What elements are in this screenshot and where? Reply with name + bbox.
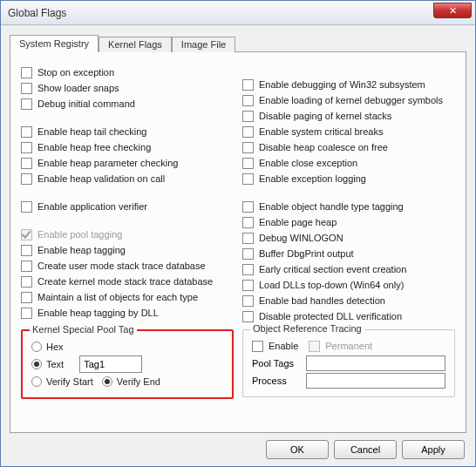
checkbox-ort-enable-label: Enable xyxy=(269,341,298,351)
spacer xyxy=(21,112,234,124)
checkbox[interactable] xyxy=(21,173,32,185)
apply-button[interactable]: Apply xyxy=(402,440,465,459)
radio-text-label: Text xyxy=(46,359,64,369)
checkbox[interactable] xyxy=(21,83,32,94)
radio-verify-end-label: Verify End xyxy=(117,376,160,387)
checkbox[interactable] xyxy=(242,233,254,244)
pool-tags-label: Pool Tags xyxy=(252,358,303,369)
option-row: Enable object handle type tagging xyxy=(242,199,455,214)
checkbox-label: Enable heap tagging xyxy=(37,245,126,255)
checkbox[interactable] xyxy=(242,142,254,153)
close-button[interactable]: ✕ xyxy=(433,3,472,18)
checkbox[interactable] xyxy=(242,295,254,307)
process-input[interactable] xyxy=(306,373,445,389)
checkbox[interactable] xyxy=(242,95,254,106)
checkbox[interactable] xyxy=(242,201,254,213)
checkbox-label: Stop on exception xyxy=(37,67,114,78)
window-title: Global Flags xyxy=(8,7,66,19)
checkbox[interactable] xyxy=(21,245,32,256)
checkbox[interactable] xyxy=(242,126,254,138)
client-area: System Registry Kernel Flags Image File … xyxy=(1,25,475,466)
checkbox[interactable] xyxy=(242,217,254,228)
spacer xyxy=(242,186,455,199)
checkbox[interactable] xyxy=(21,98,32,110)
dialog-buttons: OK Cancel Apply xyxy=(10,433,466,461)
checkbox-ort-permanent xyxy=(309,341,320,352)
option-row: Enable system critical breaks xyxy=(242,124,455,139)
tab-panel: Stop on exceptionShow loader snapsDebug … xyxy=(10,51,466,433)
left-column: Stop on exceptionShow loader snapsDebug … xyxy=(21,64,234,324)
checkbox-label: Enable heap tail checking xyxy=(37,126,146,137)
checkbox[interactable] xyxy=(242,173,254,185)
checkbox[interactable] xyxy=(21,201,32,213)
checkbox[interactable] xyxy=(242,311,254,322)
tabstrip: System Registry Kernel Flags Image File xyxy=(10,35,466,52)
checkbox[interactable] xyxy=(21,276,32,288)
checkbox-label: Debug WINLOGON xyxy=(259,233,343,243)
option-row: Stop on exception xyxy=(21,64,234,80)
radio-text[interactable] xyxy=(31,359,42,369)
option-row: Enable heap tail checking xyxy=(21,124,234,139)
checkbox xyxy=(21,229,32,240)
option-row: Enable exception logging xyxy=(242,171,455,186)
checkbox-label: Enable page heap xyxy=(259,217,337,227)
checkbox[interactable] xyxy=(21,261,32,272)
option-row: Debug WINLOGON xyxy=(242,230,455,246)
option-row: Enable heap parameter checking xyxy=(21,155,234,171)
option-row: Disable heap coalesce on free xyxy=(242,139,455,155)
spacer xyxy=(21,214,234,227)
right-column: Enable debugging of Win32 subsystemEnabl… xyxy=(242,64,455,324)
option-row: Buffer DbgPrint output xyxy=(242,246,455,261)
pool-tag-input[interactable] xyxy=(79,355,142,373)
option-row: Maintain a list of objects for each type xyxy=(21,289,234,305)
option-row: Load DLLs top-down (Win64 only) xyxy=(242,277,455,293)
option-row: Disable paging of kernel stacks xyxy=(242,108,455,124)
option-row: Disable protected DLL verification xyxy=(242,308,455,324)
checkbox-label: Enable system critical breaks xyxy=(259,126,383,137)
groupbox-row: Kernel Special Pool Tag Hex Text xyxy=(21,324,455,399)
checkbox[interactable] xyxy=(21,308,32,319)
checkbox-label: Enable heap tagging by DLL xyxy=(37,308,159,318)
checkbox[interactable] xyxy=(21,126,32,138)
checkbox[interactable] xyxy=(21,292,32,303)
checkbox-label: Enable heap validation on call xyxy=(37,173,165,184)
checkbox-label: Enable bad handles detection xyxy=(259,295,385,306)
checkbox[interactable] xyxy=(21,67,32,78)
group-object-reference-tracing: Object Reference Tracing Enable Permanen… xyxy=(242,329,455,397)
radio-verify-end[interactable] xyxy=(102,376,112,387)
checkbox-label: Create kernel mode stack trace database xyxy=(37,276,213,287)
checkbox[interactable] xyxy=(242,111,254,122)
checkbox-label: Maintain a list of objects for each type xyxy=(37,292,198,302)
checkbox-label: Load DLLs top-down (Win64 only) xyxy=(259,280,404,290)
option-row: Create kernel mode stack trace database xyxy=(21,274,234,289)
option-row: Enable page heap xyxy=(242,214,455,230)
checkbox[interactable] xyxy=(242,264,254,275)
spacer xyxy=(21,186,234,199)
tab-kernel-flags[interactable]: Kernel Flags xyxy=(99,37,172,52)
checkbox-label: Enable exception logging xyxy=(259,173,366,184)
checkbox-ort-enable[interactable] xyxy=(252,341,263,352)
radio-verify-start[interactable] xyxy=(31,376,42,387)
ok-button[interactable]: OK xyxy=(266,440,329,459)
tab-system-registry[interactable]: System Registry xyxy=(10,35,99,52)
checkbox-label: Enable close exception xyxy=(259,158,357,168)
option-row: Enable pool tagging xyxy=(21,227,234,242)
checkbox-label: Disable protected DLL verification xyxy=(259,311,402,321)
checkbox[interactable] xyxy=(242,158,254,169)
checkbox-label: Debug initial command xyxy=(37,98,135,109)
cancel-button[interactable]: Cancel xyxy=(334,440,397,459)
option-row: Enable heap tagging xyxy=(21,242,234,258)
checkbox[interactable] xyxy=(242,248,254,260)
pool-tags-input[interactable] xyxy=(306,355,445,371)
checkbox[interactable] xyxy=(242,280,254,291)
checkbox-label: Disable paging of kernel stacks xyxy=(259,111,391,121)
dialog-window: Global Flags ✕ System Registry Kernel Fl… xyxy=(0,0,476,467)
tab-image-file[interactable]: Image File xyxy=(172,37,235,52)
checkbox[interactable] xyxy=(242,79,254,91)
radio-verify-start-label: Verify Start xyxy=(46,376,93,387)
option-row: Enable bad handles detection xyxy=(242,293,455,308)
checkbox[interactable] xyxy=(21,142,32,153)
option-row: Enable debugging of Win32 subsystem xyxy=(242,77,455,92)
radio-hex[interactable] xyxy=(31,342,42,352)
checkbox[interactable] xyxy=(21,158,32,169)
